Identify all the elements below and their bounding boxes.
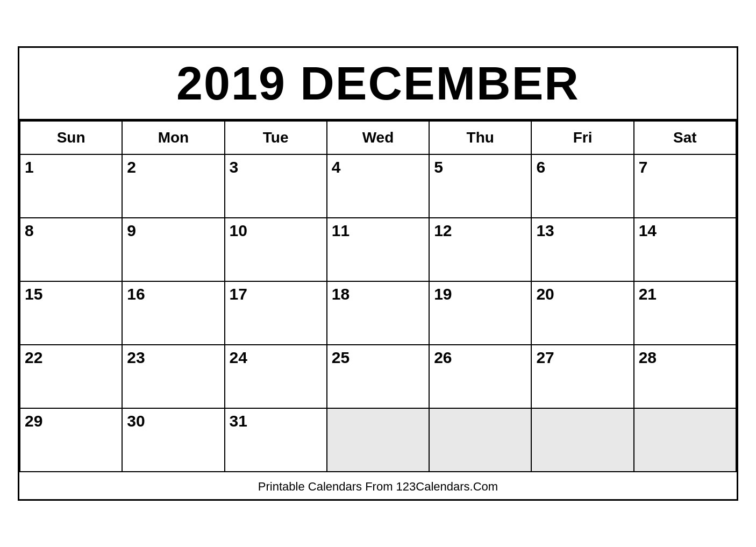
calendar-day: 15 bbox=[20, 281, 122, 345]
calendar-day: 27 bbox=[531, 345, 633, 408]
calendar-day: 21 bbox=[634, 281, 736, 345]
calendar-day: 20 bbox=[531, 281, 633, 345]
calendar-day: 25 bbox=[327, 345, 429, 408]
days-header-row: SunMonTueWedThuFriSat bbox=[20, 121, 736, 154]
day-header-sat: Sat bbox=[634, 121, 736, 154]
calendar-day: 13 bbox=[531, 218, 633, 281]
calendar-week-2: 891011121314 bbox=[20, 218, 736, 281]
calendar-grid: SunMonTueWedThuFriSat 123456789101112131… bbox=[19, 120, 737, 472]
calendar-day: 29 bbox=[20, 408, 122, 472]
calendar-day bbox=[531, 408, 633, 472]
calendar-day bbox=[634, 408, 736, 472]
calendar-day: 9 bbox=[122, 218, 224, 281]
calendar-week-4: 22232425262728 bbox=[20, 345, 736, 408]
day-header-sun: Sun bbox=[20, 121, 122, 154]
calendar-day: 24 bbox=[225, 345, 327, 408]
calendar-day: 22 bbox=[20, 345, 122, 408]
calendar-day: 28 bbox=[634, 345, 736, 408]
calendar-day: 30 bbox=[122, 408, 224, 472]
calendar-day: 8 bbox=[20, 218, 122, 281]
calendar-day: 31 bbox=[225, 408, 327, 472]
calendar-day: 6 bbox=[531, 154, 633, 218]
calendar-day: 14 bbox=[634, 218, 736, 281]
calendar-day: 17 bbox=[225, 281, 327, 345]
day-header-fri: Fri bbox=[531, 121, 633, 154]
day-header-thu: Thu bbox=[429, 121, 531, 154]
calendar-footer: Printable Calendars From 123Calendars.Co… bbox=[19, 472, 737, 499]
calendar-day: 19 bbox=[429, 281, 531, 345]
calendar-day: 4 bbox=[327, 154, 429, 218]
calendar-week-5: 293031 bbox=[20, 408, 736, 472]
calendar-week-1: 1234567 bbox=[20, 154, 736, 218]
calendar-title: 2019 DECEMBER bbox=[19, 48, 737, 121]
calendar-day: 23 bbox=[122, 345, 224, 408]
day-header-tue: Tue bbox=[225, 121, 327, 154]
day-header-wed: Wed bbox=[327, 121, 429, 154]
calendar-day: 12 bbox=[429, 218, 531, 281]
calendar-day: 10 bbox=[225, 218, 327, 281]
calendar-day bbox=[327, 408, 429, 472]
calendar-day: 18 bbox=[327, 281, 429, 345]
calendar-week-3: 15161718192021 bbox=[20, 281, 736, 345]
calendar-day: 3 bbox=[225, 154, 327, 218]
day-header-mon: Mon bbox=[122, 121, 224, 154]
calendar-day: 11 bbox=[327, 218, 429, 281]
calendar-day bbox=[429, 408, 531, 472]
calendar-day: 1 bbox=[20, 154, 122, 218]
calendar-day: 16 bbox=[122, 281, 224, 345]
calendar-day: 7 bbox=[634, 154, 736, 218]
calendar-day: 26 bbox=[429, 345, 531, 408]
calendar-container: 2019 DECEMBER SunMonTueWedThuFriSat 1234… bbox=[18, 46, 738, 501]
calendar-day: 5 bbox=[429, 154, 531, 218]
calendar-day: 2 bbox=[122, 154, 224, 218]
